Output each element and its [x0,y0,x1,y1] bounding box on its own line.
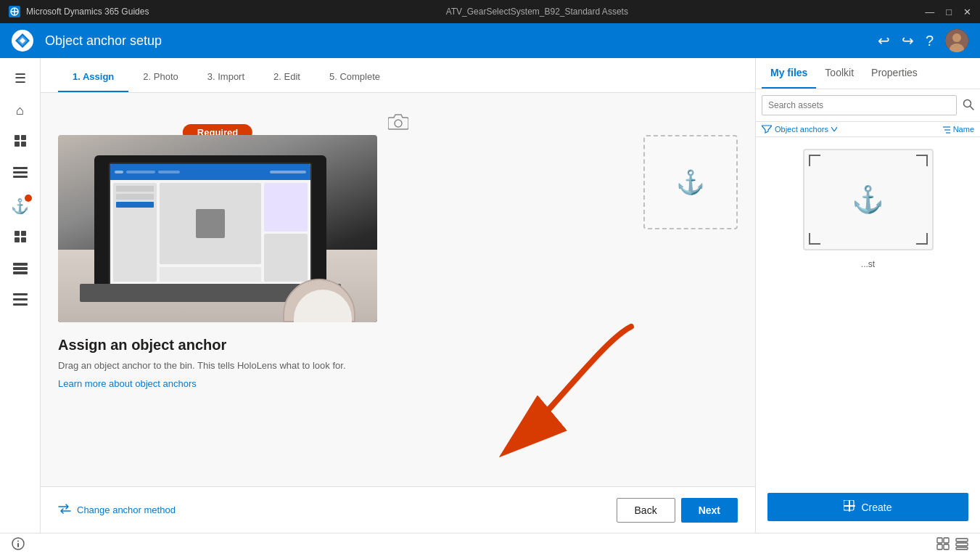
corner-tl [809,155,820,166]
app-logo [12,30,33,52]
svg-rect-13 [15,237,20,242]
tab-complete[interactable]: 5. Complete [315,62,395,92]
svg-rect-39 [956,539,968,541]
anchor-card[interactable]: ⚓ [803,149,934,250]
tab-photo[interactable]: 2. Photo [128,62,192,92]
panel-filter: Object anchors Name [756,122,980,137]
info-icon[interactable] [12,537,25,553]
panel-tab-myfiles[interactable]: My files [762,58,816,89]
wizard-content: Required [41,93,755,486]
svg-rect-10 [13,176,28,178]
svg-rect-17 [13,271,28,274]
tab-import[interactable]: 3. Import [193,62,259,92]
svg-rect-18 [13,293,28,295]
panel-tab-toolkit[interactable]: Toolkit [816,58,862,89]
sidebar-item-steps[interactable] [6,160,35,189]
anchor-card-icon: ⚓ [852,184,884,215]
list-icon [13,293,28,311]
svg-rect-14 [21,237,26,242]
steps-icon [13,167,28,182]
sidebar-item-list[interactable] [6,287,35,316]
sidebar-item-layout[interactable] [6,128,35,157]
search-input[interactable] [762,95,957,115]
minimize-button[interactable]: — [925,7,934,17]
svg-rect-38 [944,544,949,549]
wizard-title: Assign an object anchor [58,337,620,353]
panel-content: ⚓ ...st [756,137,980,493]
titlebar-filename: ATV_GearSelectSystem_B92_Standard Assets [446,7,628,17]
close-button[interactable]: ✕ [963,7,971,17]
home-icon: ⌂ [16,103,24,118]
svg-rect-16 [13,267,28,270]
next-button[interactable]: Next [681,498,738,523]
drop-zone-anchor-icon: ⚓ [676,168,705,196]
redo-button[interactable]: ↪ [902,32,914,49]
table-icon [13,263,28,278]
user-avatar[interactable] [945,29,968,52]
anchor-card-label: ...st [861,259,875,269]
layout-icon [13,134,28,152]
maximize-button[interactable]: □ [946,7,952,17]
svg-rect-9 [13,171,28,173]
corner-bl [809,233,820,245]
svg-rect-5 [21,135,26,140]
list-view-icon[interactable] [955,537,968,553]
sidebar-item-home[interactable]: ⌂ [6,96,35,125]
undo-button[interactable]: ↩ [878,32,890,49]
main-layout: ☰ ⌂ ⚓ [0,58,980,533]
wizard-text: Assign an object anchor Drag an object a… [58,337,620,389]
titlebar-left: Microsoft Dynamics 365 Guides [9,6,149,17]
svg-point-22 [395,120,402,127]
status-left [12,537,25,553]
svg-rect-6 [15,142,20,147]
svg-rect-34 [17,543,19,547]
modules-icon [13,229,28,248]
corner-tr [916,155,928,166]
create-button[interactable]: Create [767,493,968,521]
help-button[interactable]: ? [926,33,934,49]
tab-edit[interactable]: 2. Edit [259,62,315,92]
change-anchor-icon [58,504,71,516]
sidebar-item-table[interactable] [6,255,35,285]
corner-br [916,233,928,245]
svg-rect-7 [21,142,26,147]
sidebar-item-anchor[interactable]: ⚓ [6,192,35,221]
panel-tabs: My files Toolkit Properties [756,58,980,89]
camera-icon [388,113,408,135]
back-button[interactable]: Back [617,498,675,523]
search-icon [963,99,974,113]
change-anchor-label: Change anchor method [77,504,176,515]
sidebar: ☰ ⌂ ⚓ [0,58,41,533]
create-icon [844,500,855,514]
tab-assign[interactable]: 1. Assign [58,62,128,92]
right-panel: My files Toolkit Properties Object ancho… [755,58,980,533]
svg-rect-20 [13,303,28,306]
panel-tab-properties[interactable]: Properties [862,58,926,89]
learn-more-link[interactable]: Learn more about object anchors [58,378,620,389]
sort-button[interactable]: Name [943,125,974,134]
sidebar-item-menu[interactable]: ☰ [6,64,35,93]
hamburger-icon: ☰ [15,70,26,86]
steps-nav: 1. Assign 2. Photo 3. Import 2. Edit 5. … [41,58,755,93]
topbar-actions: ↩ ↪ ? [878,29,968,52]
drop-zone[interactable]: ⚓ [643,135,738,229]
change-anchor-button[interactable]: Change anchor method [58,504,176,516]
app-name: Microsoft Dynamics 365 Guides [26,7,149,17]
svg-rect-15 [13,263,28,266]
filter-button[interactable]: Object anchors [762,125,837,134]
svg-rect-4 [15,135,20,140]
titlebar-controls: — □ ✕ [925,7,971,17]
wizard-left: Required [58,135,620,469]
footer-buttons: Back Next [617,498,738,523]
wizard-description: Drag an object anchor to the bin. This t… [58,359,620,372]
panel-search [756,89,980,122]
app-icon [9,6,20,17]
grid-view-icon[interactable] [936,537,950,553]
svg-rect-19 [13,298,28,301]
topbar: Object anchor setup ↩ ↪ ? [0,23,980,58]
sidebar-item-modules[interactable] [6,224,35,253]
wizard-footer: Change anchor method Back Next [41,486,755,533]
svg-rect-36 [944,538,949,543]
photo-placeholder [58,110,738,135]
svg-point-2 [952,33,961,42]
